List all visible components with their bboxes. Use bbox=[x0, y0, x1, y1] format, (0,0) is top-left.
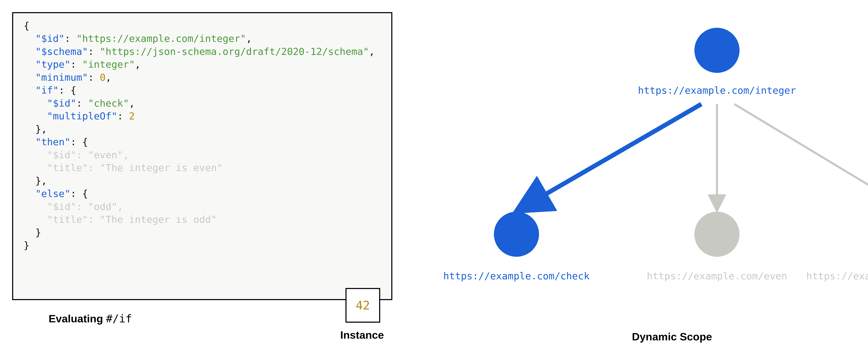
key-else-title: "title" bbox=[47, 214, 88, 225]
key-schema: "$schema" bbox=[35, 46, 88, 57]
key-then: "then" bbox=[35, 136, 70, 148]
val-if-id: "check" bbox=[88, 97, 129, 109]
caption-evaluating-path: #/if bbox=[106, 312, 132, 325]
key-id: "$id" bbox=[35, 33, 65, 44]
dynamic-scope-graph: https://example.com/integer https://exam… bbox=[443, 7, 868, 328]
node-even bbox=[694, 212, 740, 257]
val-type: "integer" bbox=[82, 59, 135, 70]
node-check bbox=[494, 212, 539, 257]
label-odd: https://example.com/odd bbox=[806, 270, 868, 282]
key-else-id: "$id" bbox=[47, 201, 76, 212]
instance-box: 42 bbox=[345, 288, 380, 323]
key-multipleof: "multipleOf" bbox=[47, 110, 117, 122]
edge-root-odd bbox=[734, 104, 868, 205]
key-if: "if" bbox=[35, 85, 59, 96]
else-close: } bbox=[35, 227, 41, 238]
val-then-title: "The integer is even" bbox=[100, 162, 222, 173]
val-multipleof: 2 bbox=[129, 110, 135, 122]
edge-root-check bbox=[526, 104, 701, 205]
key-if-id: "$id" bbox=[47, 97, 76, 109]
val-schema: "https://json-schema.org/draft/2020-12/s… bbox=[100, 46, 369, 57]
key-then-id: "$id" bbox=[47, 149, 76, 160]
brace-close: } bbox=[24, 240, 30, 251]
caption-evaluating-label: Evaluating bbox=[49, 313, 106, 324]
val-id: "https://example.com/integer" bbox=[76, 33, 246, 44]
brace-open: { bbox=[24, 20, 30, 31]
label-even: https://example.com/even bbox=[647, 270, 787, 282]
val-else-title: "The integer is odd" bbox=[100, 214, 217, 225]
val-else-id: "odd" bbox=[88, 201, 117, 212]
val-then-id: "even" bbox=[88, 149, 123, 160]
label-root: https://example.com/integer bbox=[638, 85, 796, 96]
instance-label: Instance bbox=[340, 329, 384, 341]
schema-code: { "$id": "https://example.com/integer", … bbox=[13, 13, 391, 258]
key-minimum: "minimum" bbox=[35, 72, 88, 83]
then-close: }, bbox=[35, 175, 47, 186]
schema-code-panel: { "$id": "https://example.com/integer", … bbox=[12, 12, 392, 300]
if-close: }, bbox=[35, 123, 47, 135]
evaluating-caption: Evaluating #/if bbox=[49, 312, 132, 325]
node-root bbox=[694, 28, 740, 73]
val-minimum: 0 bbox=[100, 72, 105, 83]
key-then-title: "title" bbox=[47, 162, 88, 173]
dynamic-scope-caption: Dynamic Scope bbox=[632, 330, 712, 343]
label-check: https://example.com/check bbox=[443, 270, 590, 282]
key-else: "else" bbox=[35, 188, 70, 199]
instance-value: 42 bbox=[356, 298, 370, 312]
diagram-canvas: { "$id": "https://example.com/integer", … bbox=[0, 0, 868, 348]
key-type: "type" bbox=[35, 59, 70, 70]
